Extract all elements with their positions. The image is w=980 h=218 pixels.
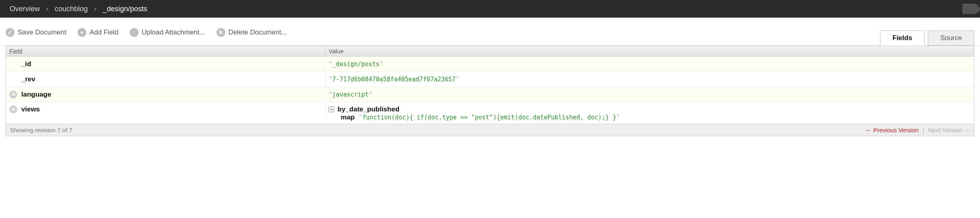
save-document-button[interactable]: ✓ Save Document: [6, 28, 66, 37]
delete-field-icon[interactable]: ✕: [9, 91, 17, 99]
breadcrumb-overview[interactable]: Overview: [4, 5, 45, 13]
plus-icon: +: [78, 28, 86, 37]
map-label: map: [341, 113, 355, 121]
check-icon: ✓: [6, 28, 14, 37]
breadcrumb-db[interactable]: couchblog: [49, 5, 93, 13]
delete-field-icon: ✕: [9, 60, 17, 68]
delete-field-icon[interactable]: ✕: [9, 105, 17, 113]
table-row-views: ✕ views − by_date_published map "functio…: [6, 102, 974, 124]
next-version-link: Next Version →: [928, 127, 970, 133]
field-name[interactable]: _rev: [21, 75, 35, 83]
field-value[interactable]: "_design/posts": [325, 57, 974, 71]
upload-attachment-label: Upload Attachment...: [142, 28, 205, 36]
table-header: Field Value: [6, 46, 974, 57]
column-header-value: Value: [325, 46, 974, 56]
fields-table: Field Value ✕ _id "_design/posts" ✕ _rev…: [6, 46, 974, 124]
delete-document-label: Delete Document...: [229, 28, 287, 36]
divider: |: [919, 127, 928, 133]
table-footer: Showing revision 7 of 7 ← Previous Versi…: [6, 124, 974, 136]
delete-field-icon: ✕: [9, 75, 17, 83]
tab-source[interactable]: Source: [928, 30, 974, 46]
field-name[interactable]: views: [21, 105, 40, 113]
field-value[interactable]: "7-717d6b08470a58fa405ead7f07a23657": [325, 72, 974, 87]
view-name: by_date_published: [337, 105, 399, 113]
map-function-code: function(doc){ if(doc.type == "post"){em…: [362, 114, 616, 121]
column-header-field[interactable]: Field: [6, 46, 325, 56]
toolbar: ✓ Save Document + Add Field ↑ Upload Att…: [0, 18, 980, 46]
field-name[interactable]: language: [21, 91, 51, 99]
previous-version-link[interactable]: ← Previous Version: [866, 127, 919, 133]
collapse-icon[interactable]: −: [329, 107, 334, 112]
view-tabs: Fields Source: [877, 30, 974, 46]
breadcrumb-bar: Overview › couchblog › _design/posts: [0, 0, 980, 18]
field-value[interactable]: − by_date_published map "function(doc){ …: [325, 102, 974, 124]
header-tag-icon: [962, 4, 976, 14]
tab-fields[interactable]: Fields: [880, 30, 925, 46]
table-row-rev: ✕ _rev "7-717d6b08470a58fa405ead7f07a236…: [6, 72, 974, 87]
upload-icon: ↑: [130, 28, 139, 37]
table-row-id: ✕ _id "_design/posts": [6, 57, 974, 72]
breadcrumb-doc[interactable]: _design/posts: [97, 5, 153, 13]
upload-attachment-button[interactable]: ↑ Upload Attachment...: [130, 28, 205, 37]
table-row-language: ✕ language "javascript": [6, 87, 974, 102]
delete-document-button[interactable]: ✕ Delete Document...: [216, 28, 287, 37]
close-icon: ✕: [216, 28, 225, 37]
chevron-right-icon: ›: [93, 5, 97, 12]
revision-status: Showing revision 7 of 7: [10, 127, 72, 133]
save-document-label: Save Document: [18, 28, 66, 36]
chevron-right-icon: ›: [45, 5, 49, 12]
field-value[interactable]: "javascript": [325, 87, 974, 102]
add-field-label: Add Field: [90, 28, 118, 36]
add-field-button[interactable]: + Add Field: [78, 28, 118, 37]
field-name[interactable]: _id: [21, 60, 31, 68]
